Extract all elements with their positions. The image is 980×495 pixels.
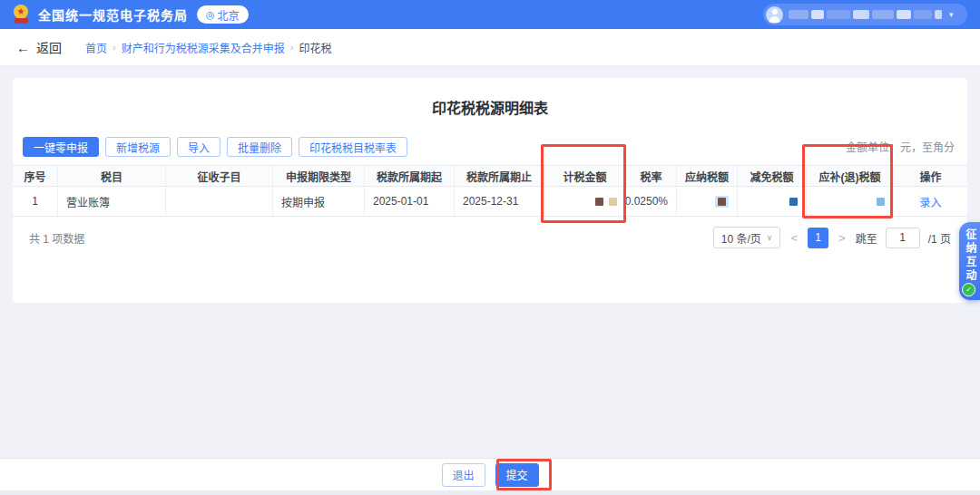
cell-taxable-amount-redacted — [544, 187, 626, 216]
one-key-zero-declare-button[interactable]: 一键零申报 — [23, 137, 99, 157]
amount-unit-note: 金额单位：元，至角分 — [846, 139, 955, 154]
cell-period-start: 2025-01-01 — [365, 187, 455, 216]
current-page-button[interactable]: 1 — [808, 228, 828, 248]
col-header-taxable-amount: 计税金额 — [544, 166, 626, 186]
add-tax-source-button[interactable]: 新增税源 — [105, 137, 171, 157]
table-header-row: 序号 税目 征收子目 申报期限类型 税款所属期起 税款所属期止 计税金额 税率 … — [13, 166, 967, 187]
submit-button[interactable]: 提交 — [495, 463, 539, 487]
redaction-block — [877, 198, 885, 206]
page-size-value: 10 条/页 — [721, 230, 761, 246]
table-row: 1 营业账簿 按期申报 2025-01-01 2025-12-31 0.0250… — [13, 187, 967, 217]
cell-sub-item — [166, 187, 273, 216]
top-header-bar: ★ 全国统一规范电子税务局 ◎ 北京 ▾ — [0, 0, 980, 29]
toolbar: 一键零申报 新增税源 导入 批量删除 印花税税目税率表 金额单位：元，至角分 — [13, 137, 967, 157]
user-account-menu[interactable]: ▾ — [763, 4, 967, 25]
redaction-block — [718, 198, 726, 206]
location-label: 北京 — [218, 7, 240, 23]
col-header-payable: 应纳税额 — [677, 166, 738, 186]
cell-index: 1 — [13, 187, 58, 216]
cell-supplement-refund-redacted — [807, 187, 894, 216]
breadcrumb: 首页 › 财产和行为税税源采集及合并申报 › 印花税 — [85, 40, 331, 55]
prev-page-button[interactable]: < — [789, 231, 799, 245]
app-title: 全国统一规范电子税务局 — [38, 5, 188, 24]
breadcrumb-separator: › — [290, 42, 294, 53]
redaction-halo — [715, 196, 729, 208]
col-header-reduction: 减免税额 — [738, 166, 807, 186]
breadcrumb-separator: › — [113, 42, 116, 53]
back-label: 返回 — [36, 38, 62, 56]
redaction-block — [595, 198, 603, 206]
breadcrumb-collection[interactable]: 财产和行为税税源采集及合并申报 — [122, 40, 285, 55]
col-header-period-start: 税款所属期起 — [365, 166, 455, 186]
tax-interaction-label: 征纳互动 — [959, 228, 980, 283]
cell-period-end: 2025-12-31 — [455, 187, 544, 216]
chevron-down-icon: ∨ — [767, 233, 773, 242]
batch-delete-button[interactable]: 批量删除 — [227, 137, 292, 157]
col-header-sub-item: 征收子目 — [166, 166, 273, 186]
cell-tax-item: 营业账簿 — [58, 187, 166, 216]
stamp-tax-rate-table-button[interactable]: 印花税税目税率表 — [299, 137, 407, 157]
stamp-tax-detail-card: 印花税税源明细表 一键零申报 新增税源 导入 批量删除 印花税税目税率表 金额单… — [13, 78, 967, 303]
col-header-period-type: 申报期限类型 — [273, 166, 365, 186]
back-button[interactable]: ← 返回 — [16, 38, 62, 56]
total-count-label: 共 1 项数据 — [29, 230, 84, 246]
jump-to-label: 跳至 — [856, 230, 877, 246]
col-header-index: 序号 — [13, 166, 58, 186]
cell-period-type: 按期申报 — [273, 187, 365, 216]
col-header-rate: 税率 — [626, 166, 677, 186]
enter-record-link[interactable]: 录入 — [919, 194, 941, 209]
import-button[interactable]: 导入 — [177, 137, 220, 157]
cell-rate: 0.0250% — [626, 187, 677, 216]
col-header-tax-item: 税目 — [58, 166, 166, 186]
interaction-chat-icon: ✓ — [962, 283, 975, 296]
tax-interaction-tab[interactable]: 征纳互动 ✓ — [959, 222, 980, 300]
table-footer: 共 1 项数据 10 条/页 ∨ < 1 > 跳至 /1 页 — [13, 226, 967, 249]
total-pages-label: /1 页 — [928, 230, 951, 246]
breadcrumb-current: 印花税 — [299, 40, 331, 55]
redaction-block — [609, 198, 617, 206]
breadcrumb-home[interactable]: 首页 — [85, 40, 107, 55]
chevron-down-icon: ▾ — [949, 10, 954, 19]
pagination: 10 条/页 ∨ < 1 > 跳至 /1 页 — [713, 227, 951, 248]
col-header-action: 操作 — [894, 166, 967, 186]
location-pin-icon: ◎ — [206, 9, 215, 21]
quit-button[interactable]: 退出 — [442, 463, 485, 487]
cell-action: 录入 — [894, 187, 967, 216]
bottom-action-bar: 退出 提交 — [0, 458, 980, 490]
page: ★ 全国统一规范电子税务局 ◎ 北京 ▾ ← 返回 首页 › 财产和 — [0, 0, 980, 495]
page-title: 印花税税源明细表 — [13, 78, 967, 118]
next-page-button[interactable]: > — [837, 231, 848, 245]
page-size-select[interactable]: 10 条/页 ∨ — [713, 227, 781, 248]
tax-source-table: 序号 税目 征收子目 申报期限类型 税款所属期起 税款所属期止 计税金额 税率 … — [13, 165, 967, 217]
jump-page-input[interactable] — [886, 228, 920, 248]
back-arrow-icon: ← — [16, 40, 30, 55]
cell-payable-redacted — [677, 187, 738, 216]
location-switcher[interactable]: ◎ 北京 — [197, 5, 249, 24]
user-avatar-icon — [766, 6, 783, 24]
cell-reduction-redacted — [738, 187, 807, 216]
tax-bureau-emblem-icon: ★ — [13, 4, 31, 25]
user-name-masked — [789, 10, 942, 19]
redaction-block — [789, 198, 798, 206]
col-header-period-end: 税款所属期止 — [455, 166, 544, 186]
bottom-strip — [0, 490, 980, 495]
col-header-supplement-refund: 应补(退)税额 — [807, 166, 894, 186]
breadcrumb-bar: ← 返回 首页 › 财产和行为税税源采集及合并申报 › 印花税 — [0, 29, 980, 66]
